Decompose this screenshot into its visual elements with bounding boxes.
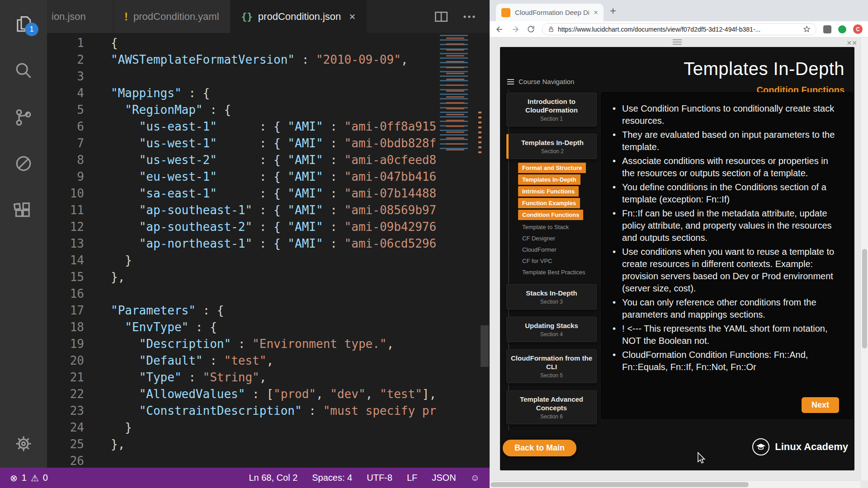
horizontal-scrollbar[interactable] <box>490 480 860 488</box>
error-count: 1 <box>22 473 27 483</box>
url-text[interactable]: https://www.lucidchart.com/documents/vie… <box>558 26 799 33</box>
nav-section[interactable]: CloudFormation from the CLI Section 5 <box>506 349 597 383</box>
more-actions-icon[interactable] <box>462 9 477 24</box>
bullet-item: ! <--- This represents the YAML short fo… <box>613 323 840 347</box>
horizontal-scrollbar-thumb[interactable] <box>491 482 749 487</box>
nav-section[interactable]: Introduction to CloudFormation Section 1 <box>506 93 597 127</box>
bullet-item: Use conditions when you want to reuse a … <box>613 246 840 295</box>
editor-pane[interactable]: 1{2"AWSTemplateFormatVersion" : "2010-09… <box>47 33 490 468</box>
code-line[interactable]: 24 } <box>47 419 440 436</box>
code-line[interactable]: 21 "Type" : "String", <box>47 369 440 386</box>
json-file-icon: {} <box>241 11 253 22</box>
cursor-position[interactable]: Ln 68, Col 2 <box>249 473 297 483</box>
split-editor-icon[interactable] <box>434 9 449 24</box>
code-line[interactable]: 8 "us-west-2" : { "AMI" : "ami-a0cfeed8 <box>47 152 440 169</box>
slide-title: Templates In-Depth <box>684 59 844 79</box>
nav-section[interactable]: Templates In-Depth Section 2 <box>506 134 597 159</box>
bullet-item: You can only reference other conditions … <box>613 296 840 321</box>
search-icon[interactable] <box>0 54 47 87</box>
extension-icon-1[interactable] <box>823 25 831 33</box>
browser-tab-title: CloudFormation Deep Dive: Li... <box>515 9 589 16</box>
bookmark-star-icon[interactable] <box>803 25 811 33</box>
tab-close-icon[interactable]: × <box>349 10 355 23</box>
code-line[interactable]: 1{ <box>47 35 440 52</box>
new-tab-button[interactable]: + <box>610 5 616 17</box>
code-line[interactable]: 6 "us-east-1" : { "AMI" : "ami-0ff8a915 <box>47 118 440 135</box>
code-line[interactable]: 18 "EnvType" : { <box>47 319 440 336</box>
lesson-item-highlighted[interactable]: Condition Functions <box>518 210 583 220</box>
tab-close-icon[interactable]: × <box>594 8 598 17</box>
feedback-smiley-icon[interactable]: ☺ <box>471 473 480 483</box>
panel-drag-handle[interactable] <box>673 39 682 45</box>
debug-icon[interactable] <box>0 147 47 180</box>
lesson-item-highlighted[interactable]: Intrinsic Functions <box>518 186 579 197</box>
lesson-item-highlighted[interactable]: Function Examples <box>518 198 580 208</box>
vertical-scrollbar-thumb[interactable] <box>862 249 867 348</box>
nav-section[interactable]: Updating Stacks Section 4 <box>506 317 597 342</box>
tab-ion-json[interactable]: ion.json <box>47 0 113 33</box>
code-line[interactable]: 2"AWSTemplateFormatVersion" : "2010-09-0… <box>47 52 440 68</box>
extensions-icon[interactable] <box>0 195 47 227</box>
code-line[interactable]: 10 "sa-east-1" : { "AMI" : "ami-07b14488 <box>47 185 440 202</box>
eol-setting[interactable]: LF <box>407 473 417 483</box>
tab-prodcondition-json[interactable]: {} prodCondition.json × <box>231 0 367 33</box>
forward-icon[interactable] <box>511 25 520 34</box>
lesson-item[interactable]: Template to Stack <box>518 221 597 233</box>
code-line[interactable]: 13 "ap-northeast-1" : { "AMI" : "ami-06c… <box>47 235 440 252</box>
code-line[interactable]: 9 "eu-west-1" : { "AMI" : "ami-047bb416 <box>47 169 440 185</box>
extension-icon-2[interactable] <box>838 25 846 33</box>
code-line[interactable]: 15}, <box>47 269 440 286</box>
settings-gear-icon[interactable] <box>0 427 47 460</box>
code-line[interactable]: 20 "Default" : "test", <box>47 352 440 369</box>
lesson-item[interactable]: CF for VPC <box>518 255 597 267</box>
linux-academy-logo: Linux Academy <box>752 438 848 455</box>
code-line[interactable]: 3 <box>47 68 440 85</box>
code-line[interactable]: 26 <box>47 453 440 468</box>
source-control-icon[interactable] <box>0 101 47 134</box>
code-line[interactable]: 4"Mappings" : { <box>47 85 440 102</box>
menu-icon[interactable] <box>507 79 514 84</box>
code-line[interactable]: 16 <box>47 286 440 302</box>
editor-scrollbar[interactable] <box>481 325 489 367</box>
tab-prodcondition-yaml[interactable]: ! prodCondition.yaml <box>113 0 231 33</box>
problems-summary[interactable]: ⊗ 1 ⚠ 0 <box>10 473 48 483</box>
code-line[interactable]: 23 "ConstraintDescription" : "must speci… <box>47 403 440 419</box>
code-line[interactable]: 12 "ap-southeast-2" : { "AMI" : "ami-09b… <box>47 219 440 235</box>
vertical-scrollbar[interactable] <box>860 38 868 480</box>
nav-section[interactable]: Template Advanced Concepts Section 6 <box>506 390 597 424</box>
browser-tab[interactable]: CloudFormation Deep Dive: Li... × <box>496 4 604 21</box>
explorer-icon[interactable] <box>0 8 47 41</box>
language-mode[interactable]: JSON <box>432 473 456 483</box>
address-bar[interactable]: https://www.lucidchart.com/documents/vie… <box>542 23 816 35</box>
encoding[interactable]: UTF-8 <box>367 473 392 483</box>
course-slide: Templates In-Depth Condition Functions C… <box>500 47 854 470</box>
code-line[interactable]: 25}, <box>47 436 440 453</box>
lesson-item[interactable]: CloudFormer <box>518 244 597 255</box>
code-line[interactable]: 14 } <box>47 252 440 269</box>
nav-section[interactable]: Stacks In-Depth Section 3 <box>506 284 597 310</box>
slide-content-panel: Use Condition Functions to conditionally… <box>601 92 853 419</box>
back-to-main-button[interactable]: Back to Main <box>503 440 576 456</box>
back-icon[interactable] <box>495 25 504 34</box>
indentation-setting[interactable]: Spaces: 4 <box>312 473 352 483</box>
code-line[interactable]: 7 "us-west-1" : { "AMI" : "ami-0bdb828f <box>47 135 440 152</box>
code-area[interactable]: 1{2"AWSTemplateFormatVersion" : "2010-09… <box>47 35 440 468</box>
refresh-icon[interactable] <box>527 25 535 33</box>
lesson-item[interactable]: Template Best Practices <box>518 267 597 278</box>
profile-avatar[interactable]: C <box>853 24 863 34</box>
code-line[interactable]: 22 "AllowedValues" : ["prod", "dev", "te… <box>47 386 440 403</box>
bullet-item: You define conditions in the Conditions … <box>613 181 840 206</box>
activity-bar: 1 <box>0 0 47 468</box>
lesson-item-highlighted[interactable]: Format and Structure <box>518 163 586 173</box>
lesson-item[interactable]: CF Designer <box>518 233 597 244</box>
lesson-item-highlighted[interactable]: Templates In-Depth <box>518 174 580 185</box>
minimap[interactable] <box>439 35 478 179</box>
code-line[interactable]: 19 "Description" : "Environment type.", <box>47 336 440 352</box>
code-line[interactable]: 17"Parameters" : { <box>47 302 440 319</box>
code-line[interactable]: 11 "ap-southeast-1" : { "AMI" : "ami-085… <box>47 202 440 219</box>
warning-icon: ⚠ <box>31 473 39 483</box>
graduation-cap-icon <box>752 438 769 455</box>
panel-close-icons[interactable]: ✕✕ <box>847 39 857 47</box>
code-line[interactable]: 5 "RegionMap" : { <box>47 102 440 118</box>
next-button[interactable]: Next <box>802 397 839 413</box>
